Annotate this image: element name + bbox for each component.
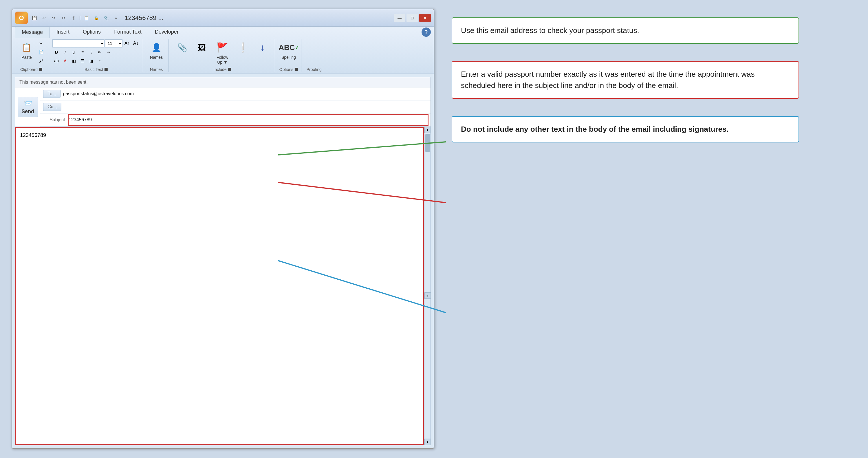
callout-blue-text: Do not include any other text in the bod…	[461, 125, 729, 133]
send-label: Send	[22, 109, 34, 115]
names-label: Names	[150, 55, 163, 60]
outdent-button[interactable]: ⇤	[96, 48, 104, 56]
save-button[interactable]: 💾	[30, 14, 38, 22]
follow-up-icon: 🚩	[215, 40, 229, 54]
tab-format-text[interactable]: Format Text	[108, 27, 148, 38]
font-row: 11 A↑ A↓	[53, 39, 140, 48]
minimize-button[interactable]: —	[394, 14, 405, 22]
format-painter-button[interactable]: 🖌	[37, 57, 45, 65]
attach-button[interactable]: 📋	[82, 14, 90, 22]
picture-icon: 🖼	[195, 40, 209, 54]
marks-button[interactable]: ¶	[69, 14, 78, 22]
insert-picture-button[interactable]: 🖼	[192, 39, 211, 56]
subject-label: Subject:	[43, 117, 66, 122]
tab-message[interactable]: Message	[15, 27, 50, 38]
to-input[interactable]	[63, 89, 428, 99]
spelling-icon: ABC✓	[282, 40, 296, 54]
font-color-button[interactable]: A	[61, 57, 69, 65]
cc-button[interactable]: Cc...	[43, 103, 61, 111]
more-btn[interactable]: »	[112, 14, 120, 22]
options-expand-icon[interactable]: ⬛	[294, 68, 298, 71]
include-group-label: Include ⬛	[213, 67, 231, 72]
font-size-select[interactable]: 11	[105, 39, 122, 48]
number-list-button[interactable]: ⋮	[87, 48, 95, 56]
high-importance-button[interactable]: ❕	[234, 39, 252, 56]
underline-button[interactable]: U	[70, 48, 78, 56]
to-button[interactable]: To...	[43, 90, 61, 98]
separator-icon: |	[79, 16, 81, 21]
grow-font-button[interactable]: A↑	[123, 39, 131, 48]
copy-button[interactable]: 📄	[37, 48, 45, 56]
quick-access-toolbar: 💾 ↩ ↪ ✂ ¶ | 📋 🔒 📎 »	[30, 14, 120, 22]
low-importance-button[interactable]: ↓	[253, 39, 272, 56]
compose-area: This message has not been sent. 📨 Send T…	[15, 77, 431, 445]
scroll-down-button[interactable]: ▼	[425, 438, 431, 445]
scroll-thumb[interactable]	[425, 134, 430, 152]
fields-area: To... Cc... Subject:	[40, 87, 431, 126]
tab-developer[interactable]: Developer	[149, 27, 185, 38]
align-right-button[interactable]: ◨	[87, 57, 95, 65]
attach-file-button[interactable]: 📎	[173, 39, 191, 56]
cut-format-button[interactable]: ✂	[37, 39, 45, 48]
attach-file-icon: 📎	[175, 40, 189, 54]
cc-row: Cc...	[40, 100, 431, 114]
clipboard-expand-icon[interactable]: ⬛	[39, 68, 42, 71]
italic-button[interactable]: I	[61, 48, 69, 56]
highlight-button[interactable]: ab	[53, 57, 61, 65]
ribbon-group-clipboard: 📋 Paste ✂ 📄 🖌 Clipboard ⬛	[14, 39, 48, 72]
basic-text-expand-icon[interactable]: ⬛	[104, 68, 108, 71]
right-panel: Use this email address to check your pas…	[446, 9, 857, 151]
ribbon-group-names: 👤 Names Names	[144, 39, 169, 72]
spelling-label: Spelling	[281, 55, 296, 60]
include-expand-icon[interactable]: ⬛	[228, 68, 231, 71]
names-button[interactable]: 👤 Names	[147, 39, 165, 61]
follow-up-label: Follow Up ▼	[217, 55, 228, 65]
help-button[interactable]: ?	[422, 28, 431, 37]
main-container: O 💾 ↩ ↪ ✂ ¶ | 📋 🔒 📎 » 123456789 ... —	[0, 0, 868, 458]
bold-button[interactable]: B	[53, 48, 61, 56]
close-button[interactable]: ✕	[419, 14, 431, 22]
scroll-up-button[interactable]: ▲	[425, 127, 431, 133]
tab-insert[interactable]: Insert	[50, 27, 76, 38]
paste-button[interactable]: 📋 Paste	[18, 39, 36, 61]
names-icon: 👤	[149, 40, 163, 54]
callout-red-text: Enter a valid passport number exactly as…	[461, 70, 755, 90]
subject-input[interactable]	[69, 115, 428, 125]
names-items: 👤 Names	[147, 39, 165, 66]
high-importance-icon: ❕	[236, 40, 250, 54]
clipboard-label: Clipboard ⬛	[20, 67, 42, 72]
scroll-middle-button[interactable]: ≡	[425, 293, 431, 299]
options-group-label: Options ⬛	[279, 67, 298, 72]
attach2-button[interactable]: 🔒	[92, 14, 100, 22]
send-button[interactable]: 📨 Send	[18, 97, 38, 117]
style-row: B I U ≡ ⋮ ⇤ ⇥	[53, 48, 140, 56]
align-left-button[interactable]: ◧	[70, 57, 78, 65]
small-format-buttons: ✂ 📄 🖌	[37, 39, 45, 65]
indent-button[interactable]: ⇥	[104, 48, 113, 56]
ribbon: Message Insert Options Format Text Devel…	[12, 27, 434, 74]
paste-icon: 📋	[20, 40, 34, 54]
tab-options[interactable]: Options	[76, 27, 107, 38]
title-bar: O 💾 ↩ ↪ ✂ ¶ | 📋 🔒 📎 » 123456789 ... —	[12, 9, 434, 27]
cut-button[interactable]: ✂	[60, 14, 68, 22]
window-title: 123456789 ...	[124, 14, 163, 22]
ribbon-group-proofing: Proofing	[303, 39, 326, 72]
line-spacing-button[interactable]: ↕	[96, 57, 104, 65]
cc-input[interactable]	[64, 102, 428, 112]
shrink-font-button[interactable]: A↓	[132, 39, 140, 48]
body-textarea[interactable]: 123456789	[16, 127, 424, 445]
follow-up-button[interactable]: 🚩 Follow Up ▼	[212, 39, 232, 66]
color-row: ab A ◧ ☰ ◨ ↕	[53, 57, 140, 65]
outlook-window: O 💾 ↩ ↪ ✂ ¶ | 📋 🔒 📎 » 123456789 ... —	[11, 9, 434, 449]
maximize-button[interactable]: □	[406, 14, 418, 22]
include-items: 📎 🖼 🚩 Follow Up ▼ ❕	[173, 39, 272, 66]
undo-button[interactable]: ↩	[40, 14, 48, 22]
attach3-button[interactable]: 📎	[102, 14, 110, 22]
ribbon-group-options: ABC✓ Spelling Options ⬛	[276, 39, 301, 72]
font-select[interactable]	[53, 39, 104, 48]
spelling-button[interactable]: ABC✓ Spelling	[279, 39, 298, 61]
bullet-list-button[interactable]: ≡	[79, 48, 87, 56]
not-sent-bar: This message has not been sent.	[16, 77, 431, 87]
redo-button[interactable]: ↪	[50, 14, 58, 22]
align-center-button[interactable]: ☰	[79, 57, 87, 65]
